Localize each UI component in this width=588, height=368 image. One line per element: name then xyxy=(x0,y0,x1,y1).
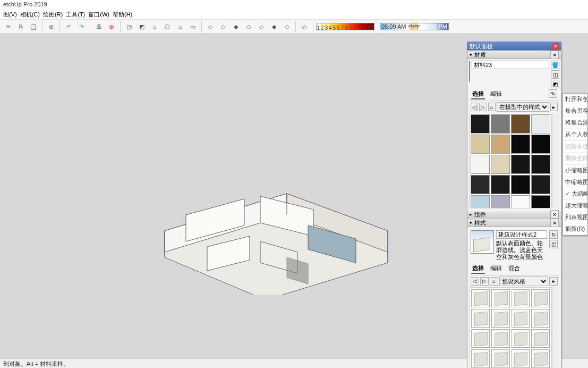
material-name-input[interactable] xyxy=(472,61,549,69)
material-swatch[interactable] xyxy=(491,195,510,208)
style-thumbnail[interactable] xyxy=(491,329,510,348)
material-swatch[interactable] xyxy=(471,114,490,133)
expand-icon[interactable]: ▸ xyxy=(470,212,472,217)
default-material-icon[interactable]: ◩ xyxy=(551,80,559,88)
close-icon[interactable]: ✕ xyxy=(552,43,559,50)
style-thumbnail[interactable] xyxy=(512,289,530,308)
material-swatch[interactable] xyxy=(511,175,530,194)
home-icon[interactable]: ⌂ xyxy=(488,103,496,111)
context-menu-item[interactable]: 中缩略图 xyxy=(563,177,587,188)
context-menu-item[interactable]: 列表视图 xyxy=(563,212,587,223)
style-thumbnail[interactable] xyxy=(471,289,490,308)
gradient-scale[interactable]: 123456789101112 xyxy=(316,23,374,30)
material-swatch[interactable] xyxy=(531,195,550,208)
style-preview[interactable] xyxy=(471,230,494,254)
house-icon[interactable]: ⌂ xyxy=(174,21,186,32)
style-name-input[interactable] xyxy=(496,230,547,239)
menu-help[interactable]: 帮助(H) xyxy=(113,11,132,18)
context-menu-item[interactable]: 将集合添加 xyxy=(563,117,587,129)
style-thumbnail[interactable] xyxy=(471,309,490,328)
material-swatch[interactable] xyxy=(531,175,550,194)
style-thumbnail[interactable] xyxy=(531,289,550,308)
menu-view[interactable]: 图(V) xyxy=(3,11,17,18)
style-thumbnail[interactable] xyxy=(512,329,530,348)
tab-edit[interactable]: 编辑 xyxy=(489,89,503,99)
scrollbar[interactable] xyxy=(552,287,559,368)
shade5-icon[interactable]: ◇ xyxy=(255,21,267,32)
collapse-icon[interactable]: ▾ xyxy=(470,52,472,57)
material-collection-select[interactable]: 在模型中的样式 xyxy=(497,102,549,112)
tab-edit[interactable]: 编辑 xyxy=(489,264,503,274)
components-header[interactable]: ▸ 组件 ✕ xyxy=(467,210,561,219)
context-menu-item[interactable]: 小缩略图 xyxy=(563,165,587,177)
material-swatch[interactable] xyxy=(531,155,550,174)
undo-icon[interactable]: ↶ xyxy=(63,21,74,32)
materials-header[interactable]: ▾ 材质 ✕ xyxy=(467,51,561,59)
style-thumbnail[interactable] xyxy=(491,289,510,308)
style-thumbnail[interactable] xyxy=(471,329,490,348)
material-swatch[interactable] xyxy=(471,175,490,194)
context-menu-item[interactable]: 超大缩略图 xyxy=(563,200,587,212)
material-swatch[interactable] xyxy=(531,114,550,133)
paste-icon[interactable]: 📋 xyxy=(28,21,39,32)
material-swatch[interactable] xyxy=(491,114,510,133)
material-swatch[interactable] xyxy=(511,195,530,208)
back-icon[interactable]: ◁ xyxy=(471,103,478,111)
update-style-icon[interactable]: ↻ xyxy=(549,230,558,239)
tray-header[interactable]: 默认面板 ✕ xyxy=(467,42,561,51)
tab-select[interactable]: 选择 xyxy=(471,89,485,99)
details-icon[interactable]: ▸ xyxy=(549,277,558,286)
tab-mix[interactable]: 混合 xyxy=(507,264,521,274)
shade4-icon[interactable]: ◇ xyxy=(243,21,254,32)
material-swatch[interactable] xyxy=(471,155,490,174)
style-thumbnail[interactable] xyxy=(512,309,530,328)
cloud-icon[interactable]: ◇ xyxy=(299,21,310,32)
create-style-icon[interactable]: ◫ xyxy=(549,240,558,248)
create-material-icon[interactable]: ◫ xyxy=(551,70,559,79)
style-thumbnail[interactable] xyxy=(491,309,510,328)
context-menu-item[interactable]: 刷新(R) xyxy=(563,223,587,235)
section-close-icon[interactable]: ✕ xyxy=(550,219,559,227)
box-icon[interactable]: ◳ xyxy=(123,21,135,32)
shade1-icon[interactable]: ◇ xyxy=(204,21,216,32)
styles-header[interactable]: ▾ 样式 ✕ xyxy=(467,219,561,227)
section-close-icon[interactable]: ✕ xyxy=(550,210,559,219)
scrollbar[interactable] xyxy=(552,113,559,208)
material-swatch[interactable] xyxy=(471,195,490,208)
style-thumbnail[interactable] xyxy=(531,349,550,368)
material-swatch[interactable] xyxy=(471,135,490,154)
style-thumbnail[interactable] xyxy=(471,349,490,368)
menu-draw[interactable]: 绘图(R) xyxy=(43,11,63,18)
collapse-icon[interactable]: ▾ xyxy=(470,220,472,225)
sun-time-bar[interactable]: 05:09 AM 中午 07:32 PM xyxy=(380,23,449,30)
style-thumbnail[interactable] xyxy=(491,349,510,368)
menu-tools[interactable]: 工具(T) xyxy=(66,11,85,18)
material-swatch[interactable] xyxy=(531,135,550,154)
shade2-icon[interactable]: ◇ xyxy=(217,21,229,32)
eyedropper-icon[interactable]: ✎ xyxy=(549,89,557,98)
material-swatch[interactable] xyxy=(511,135,530,154)
print-icon[interactable]: 🖶 xyxy=(93,21,105,32)
context-menu-item[interactable]: 大缩略图 xyxy=(563,188,587,200)
section-close-icon[interactable]: ✕ xyxy=(550,51,559,59)
style-thumbnail[interactable] xyxy=(512,349,530,368)
details-icon[interactable]: ▸ xyxy=(550,103,558,111)
shade6-icon[interactable]: ◆ xyxy=(268,21,280,32)
shade3-icon[interactable]: ◆ xyxy=(230,21,242,32)
style-thumbnail[interactable] xyxy=(531,309,550,328)
material-preview[interactable] xyxy=(469,61,470,82)
cut-icon[interactable]: ✂ xyxy=(2,21,14,32)
back-icon[interactable]: ◁ xyxy=(471,277,479,286)
home-icon[interactable]: ⌂ xyxy=(490,277,498,286)
menu-camera[interactable]: 相机(C) xyxy=(20,11,40,18)
cube-icon[interactable]: ◩ xyxy=(136,21,148,32)
context-menu-item[interactable]: 从个人收藏 xyxy=(563,129,587,140)
context-menu-item[interactable]: 打开和创建 xyxy=(563,94,587,105)
style-thumbnail[interactable] xyxy=(531,329,550,348)
erase-icon[interactable]: ⊘ xyxy=(45,21,57,32)
style-collection-select[interactable]: 预设风格 xyxy=(499,277,548,286)
material-swatch[interactable] xyxy=(491,135,510,154)
material-swatch[interactable] xyxy=(511,114,530,133)
home-icon[interactable]: ⌂ xyxy=(149,21,160,32)
menu-window[interactable]: 窗口(W) xyxy=(88,11,109,18)
